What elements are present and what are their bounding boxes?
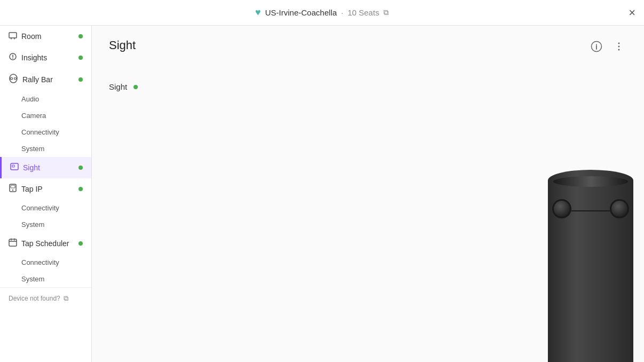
sidebar-item-ts-connectivity[interactable]: Connectivity	[0, 254, 91, 271]
close-button[interactable]: ×	[629, 7, 635, 19]
cylinder-lens-right	[610, 199, 629, 218]
sidebar-label-tap-connectivity: Connectivity	[21, 204, 83, 212]
sidebar-label-system: System	[21, 145, 83, 153]
sidebar-item-system[interactable]: System	[0, 140, 91, 157]
sidebar-label-sight: Sight	[23, 163, 74, 172]
external-link-icon[interactable]: ⧉	[64, 294, 68, 303]
svg-rect-6	[12, 165, 14, 167]
sight-status-dot	[78, 166, 83, 170]
seat-separator: ·	[341, 8, 343, 17]
cylinder-line	[571, 210, 610, 211]
sight-row-label: Sight	[109, 82, 127, 91]
sidebar-item-connectivity[interactable]: Connectivity	[0, 124, 91, 140]
cylinder-lens-left	[552, 199, 571, 218]
sidebar-label-connectivity: Connectivity	[21, 128, 83, 136]
sidebar-label-tapscheduler: Tap Scheduler	[21, 239, 74, 248]
sidebar-item-tap-system[interactable]: System	[0, 216, 91, 233]
room-name: US-Irvine-Coachella	[265, 8, 337, 17]
app-header: ♥ US-Irvine-Coachella · 10 Seats ⧉ ×	[0, 0, 644, 26]
sidebar-item-camera[interactable]: Camera	[0, 107, 91, 124]
sidebar-label-room: Room	[21, 32, 74, 41]
sidebar-item-tapip[interactable]: Tap IP	[0, 178, 91, 200]
insights-icon	[9, 52, 17, 63]
svg-point-2	[10, 74, 17, 83]
svg-rect-8	[11, 185, 15, 188]
insights-status-dot	[78, 56, 83, 60]
sidebar-label-tap-system: System	[21, 221, 83, 229]
main-layout: Room Insights Rally Bar Audio Camera Con…	[0, 26, 644, 362]
sidebar-item-tapscheduler[interactable]: Tap Scheduler	[0, 233, 91, 254]
sidebar-footer: Device not found? ⧉	[0, 287, 92, 309]
tapscheduler-status-dot	[78, 241, 83, 246]
sidebar-item-rallybar[interactable]: Rally Bar	[0, 68, 91, 91]
sidebar-item-tap-connectivity[interactable]: Connectivity	[0, 200, 91, 216]
brand-icon: ♥	[255, 7, 261, 18]
sidebar-item-insights[interactable]: Insights	[0, 47, 91, 68]
sidebar-item-sight[interactable]: Sight	[0, 157, 91, 178]
device-image	[537, 26, 644, 362]
sidebar-label-insights: Insights	[21, 53, 74, 62]
sidebar-label-ts-system: System	[21, 275, 83, 283]
sidebar-label-camera: Camera	[21, 112, 83, 120]
tapscheduler-icon	[9, 238, 17, 249]
sidebar-item-audio[interactable]: Audio	[0, 91, 91, 107]
sidebar-label-audio: Audio	[21, 95, 83, 103]
sidebar-item-room[interactable]: Room	[0, 26, 91, 47]
sidebar: Room Insights Rally Bar Audio Camera Con…	[0, 26, 92, 362]
sight-device-cylinder	[548, 170, 633, 362]
sidebar-label-tapip: Tap IP	[21, 185, 74, 193]
tapip-icon	[9, 184, 17, 194]
seat-count: 10 Seats	[348, 8, 379, 17]
content-area: Sight Sight	[92, 26, 644, 362]
sidebar-item-ts-system[interactable]: System	[0, 271, 91, 287]
tapip-status-dot	[78, 187, 83, 191]
device-not-found-label: Device not found?	[9, 295, 60, 302]
svg-point-3	[11, 77, 13, 80]
sight-icon	[10, 162, 19, 173]
svg-rect-10	[9, 239, 17, 246]
edit-icon[interactable]: ⧉	[383, 8, 389, 17]
rallybar-icon	[9, 74, 18, 85]
room-status-dot	[78, 34, 83, 38]
sidebar-label-rallybar: Rally Bar	[22, 75, 74, 84]
header-title-group: ♥ US-Irvine-Coachella · 10 Seats ⧉	[255, 7, 389, 18]
rallybar-status-dot	[78, 77, 83, 82]
page-title: Sight	[109, 38, 136, 52]
svg-point-9	[12, 190, 13, 191]
svg-point-4	[14, 77, 17, 80]
sight-row-status-dot	[133, 85, 138, 89]
svg-rect-0	[9, 33, 17, 38]
room-icon	[9, 31, 17, 42]
sidebar-label-ts-connectivity: Connectivity	[21, 258, 83, 266]
